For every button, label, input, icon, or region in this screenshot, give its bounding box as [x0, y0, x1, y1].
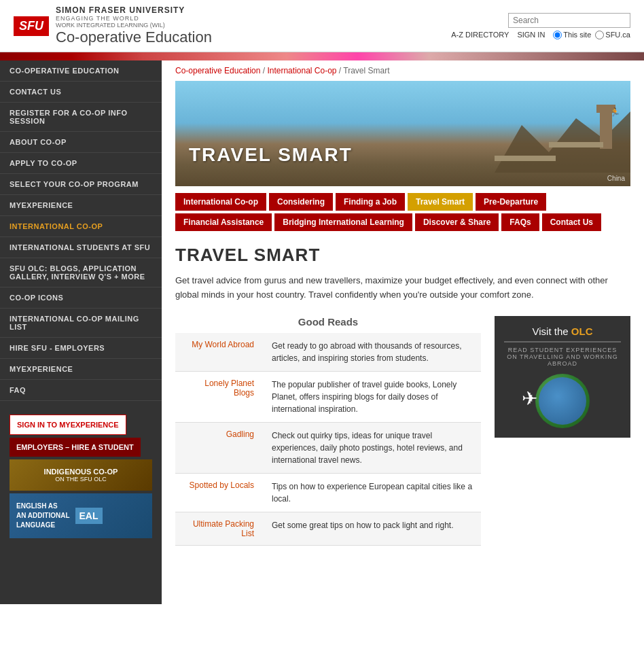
hero-caption: China — [607, 175, 625, 182]
tab-travel-smart[interactable]: Travel Smart — [408, 193, 473, 211]
tab-pre-departure[interactable]: Pre-Departure — [476, 193, 546, 211]
sidebar-item-myexperience2[interactable]: MYEXPERIENCE — [0, 359, 162, 380]
visit-label: Visit the — [533, 326, 569, 337]
hero-title: TRAVEL SMART — [189, 144, 353, 166]
content-area: Co-operative Education / International C… — [162, 60, 644, 604]
breadcrumb: Co-operative Education / International C… — [162, 60, 644, 81]
reads-link[interactable]: Ultimate Packing List — [193, 519, 254, 538]
nav-tabs: International Co-op Considering Finding … — [162, 186, 644, 213]
nav-tabs-row2: Financial Assistance Bridging Internatio… — [162, 213, 644, 234]
sfu-text-block: SIMON FRASER UNIVERSITY ENGAGING THE WOR… — [56, 5, 212, 46]
svg-rect-5 — [495, 156, 556, 161]
sfu-ca-radio[interactable] — [595, 31, 604, 39]
olc-sidebar: Visit the OLC READ STUDENT EXPERIENCES O… — [495, 316, 630, 546]
indigenous-coop-promo[interactable]: INDIGENOUS CO-OP ON THE SFU OLC — [10, 459, 152, 491]
breadcrumb-current: Travel Smart — [343, 66, 389, 75]
olc-sub-text: READ STUDENT EXPERIENCES ON TRAVELLING A… — [504, 347, 621, 367]
sidebar-item-international-coop[interactable]: INTERNATIONAL CO-OP — [0, 216, 162, 237]
indigenous-line2: ON THE SFU OLC — [16, 476, 145, 483]
reads-description: Tips on how to experience European capit… — [264, 473, 481, 512]
reads-link[interactable]: Spotted by Locals — [190, 480, 254, 490]
eal-badge: EAL — [75, 508, 103, 524]
sidebar-item-faq[interactable]: FAQ — [0, 380, 162, 401]
wil-label: WORK INTEGRATED LEARNING (WIL) — [56, 22, 212, 29]
tab-finding-job[interactable]: Finding a Job — [336, 193, 405, 211]
olc-divider — [504, 341, 621, 343]
hero-wall-svg: 🏃 — [495, 105, 630, 173]
this-site-label: This site — [563, 31, 591, 39]
sign-in-myexperience-button[interactable]: SIGN IN TO MYEXPERIENCE — [10, 415, 126, 435]
eal-promo[interactable]: ENGLISH AS AN ADDITIONAL LANGUAGE EAL — [10, 493, 152, 538]
table-row: Spotted by Locals Tips on how to experie… — [175, 473, 481, 512]
this-site-radio-label[interactable]: This site — [553, 31, 591, 39]
good-reads-title: Good Reads — [175, 316, 481, 328]
sidebar-item-mailing-list[interactable]: INTERNATIONAL CO-OP MAILING LIST — [0, 309, 162, 338]
site-radio-group: This site SFU.ca — [553, 31, 630, 39]
reads-link[interactable]: My World Abroad — [192, 340, 254, 349]
sidebar-item-select-program[interactable]: SELECT YOUR CO-OP PROGRAM — [0, 174, 162, 195]
good-reads-section: Good Reads My World Abroad Get ready to … — [175, 316, 481, 546]
table-row: My World Abroad Get ready to go abroad w… — [175, 333, 481, 372]
reads-description: Get some great tips on how to pack light… — [264, 512, 481, 545]
tab-considering[interactable]: Considering — [269, 193, 333, 211]
reads-table: My World Abroad Get ready to go abroad w… — [175, 333, 481, 546]
search-bar[interactable] — [508, 13, 630, 28]
reads-description: The popular publisher of travel guide bo… — [264, 371, 481, 422]
olc-title: Visit the OLC — [504, 326, 621, 337]
top-bar: SFU SIMON FRASER UNIVERSITY ENGAGING THE… — [0, 0, 644, 52]
sidebar-item-contact-us[interactable]: CONTACT US — [0, 82, 162, 103]
top-right: A-Z DIRECTORY SIGN IN This site SFU.ca — [451, 13, 630, 39]
table-row: Gadling Check out quirky tips, ideas for… — [175, 422, 481, 473]
color-band — [0, 52, 644, 60]
breadcrumb-coop[interactable]: Co-operative Education — [175, 66, 260, 75]
sidebar-item-coop-icons[interactable]: CO-OP ICONS — [0, 287, 162, 309]
sign-in-link[interactable]: SIGN IN — [517, 31, 545, 39]
main-layout: CO-OPERATIVE EDUCATION CONTACT US REGIST… — [0, 60, 644, 604]
sidebar-item-sfu-olc[interactable]: SFU OLC: BLOGS, APPLICATION GALLERY, INT… — [0, 258, 162, 287]
this-site-radio[interactable] — [553, 31, 562, 39]
tab-financial-assistance[interactable]: Financial Assistance — [175, 213, 272, 231]
table-row: Lonely Planet Blogs The popular publishe… — [175, 371, 481, 422]
breadcrumb-intl[interactable]: International Co-op — [267, 66, 336, 75]
tab-contact-us[interactable]: Contact Us — [542, 213, 601, 231]
sfu-tagline: ENGAGING THE WORLD — [56, 15, 212, 22]
sidebar-item-hire-sfu[interactable]: HIRE SFU - EMPLOYERS — [0, 338, 162, 359]
sidebar-promo: SIGN IN TO MYEXPERIENCE EMPLOYERS – HIRE… — [0, 415, 162, 538]
tab-discover-share[interactable]: Discover & Share — [415, 213, 499, 231]
sidebar-item-about-coop[interactable]: ABOUT CO-OP — [0, 132, 162, 153]
two-column-layout: Good Reads My World Abroad Get ready to … — [175, 316, 630, 546]
tab-international-coop[interactable]: International Co-op — [175, 193, 266, 211]
olc-accent: OLC — [571, 326, 593, 337]
plane-icon: ✈ — [522, 387, 537, 410]
sidebar-item-register[interactable]: REGISTER FOR A CO-OP INFO SESSION — [0, 103, 162, 132]
coop-title: Co-operative Education — [56, 29, 212, 46]
tab-faqs[interactable]: FAQs — [501, 213, 539, 231]
sfu-ca-label: SFU.ca — [605, 31, 630, 39]
sidebar-item-apply[interactable]: APPLY TO CO-OP — [0, 153, 162, 174]
sfu-university-name: SIMON FRASER UNIVERSITY — [56, 5, 212, 15]
eal-line2: AN ADDITIONAL — [16, 511, 70, 521]
globe-graphic: ✈ — [522, 374, 603, 428]
sidebar-item-intl-students[interactable]: INTERNATIONAL STUDENTS AT SFU — [0, 237, 162, 258]
sfu-ca-radio-label[interactable]: SFU.ca — [595, 31, 630, 39]
svg-text:🏃: 🏃 — [610, 107, 620, 117]
tab-bridging[interactable]: Bridging International Learning — [274, 213, 412, 231]
table-row: Ultimate Packing List Get some great tip… — [175, 512, 481, 545]
sidebar-item-coop-education[interactable]: CO-OPERATIVE EDUCATION — [0, 60, 162, 82]
reads-description: Get ready to go abroad with thousands of… — [264, 333, 481, 372]
reads-link[interactable]: Lonely Planet Blogs — [204, 379, 254, 398]
indigenous-line1: INDIGENOUS CO-OP — [16, 468, 145, 476]
olc-box[interactable]: Visit the OLC READ STUDENT EXPERIENCES O… — [495, 316, 630, 438]
reads-description: Check out quirky tips, ideas for unique … — [264, 422, 481, 473]
reads-link[interactable]: Gadling — [226, 430, 254, 439]
az-directory-link[interactable]: A-Z DIRECTORY — [451, 31, 509, 39]
search-input[interactable] — [508, 13, 630, 28]
page-title: TRAVEL SMART — [175, 245, 630, 266]
eal-text: ENGLISH AS AN ADDITIONAL LANGUAGE — [16, 502, 70, 530]
eal-line1: ENGLISH AS — [16, 502, 70, 511]
sidebar-item-myexperience[interactable]: MYEXPERIENCE — [0, 195, 162, 216]
page-content: TRAVEL SMART Get travel advice from guru… — [162, 234, 644, 557]
employers-hire-button[interactable]: EMPLOYERS – HIRE A STUDENT — [10, 438, 141, 457]
globe-circle — [535, 374, 590, 428]
svg-rect-4 — [549, 142, 603, 147]
